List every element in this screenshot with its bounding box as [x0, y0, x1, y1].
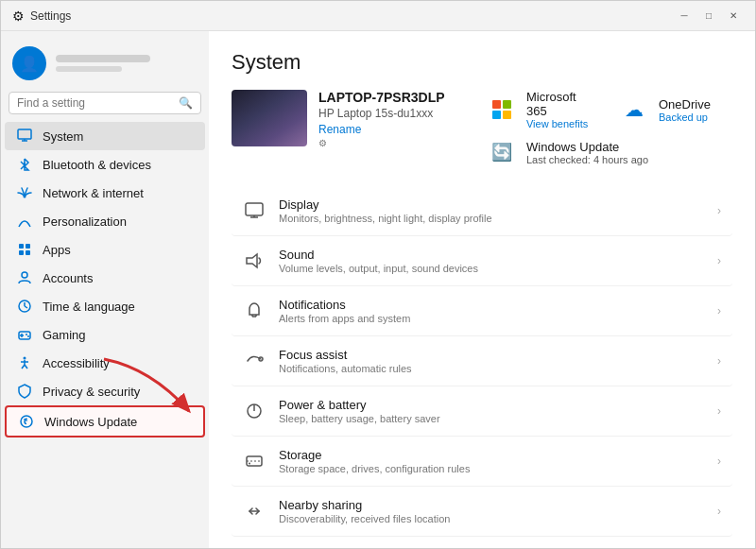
- onedrive-sub: Backed up: [659, 112, 711, 123]
- sidebar-item-gaming[interactable]: Gaming: [5, 320, 205, 349]
- bluetooth-icon: [16, 156, 33, 173]
- ms365-status-text: Microsoft 365 View benefits: [526, 90, 600, 129]
- winupdate-status-text: Windows Update Last checked: 4 hours ago: [526, 140, 648, 165]
- maximize-button[interactable]: □: [698, 6, 719, 26]
- winupdate-status-title: Windows Update: [526, 140, 648, 154]
- device-extra-icon: ⚙: [318, 138, 464, 148]
- storage-chevron: ›: [717, 455, 721, 468]
- power-desc: Sleep, battery usage, battery saver: [279, 413, 704, 424]
- privacy-icon: [16, 383, 33, 400]
- settings-window: ⚙ Settings ─ □ ✕ 👤 🔍: [0, 0, 756, 549]
- sidebar-label-winupdate: Windows Update: [44, 415, 137, 429]
- focus-icon: [243, 350, 266, 372]
- svg-rect-7: [26, 244, 30, 249]
- settings-item-power[interactable]: Power & battery Sleep, battery usage, ba…: [232, 386, 732, 437]
- storage-label: Storage: [279, 448, 704, 462]
- winupdate-status-card: 🔄 Windows Update Last checked: 4 hours a…: [487, 137, 732, 167]
- sidebar-label-system: System: [43, 129, 83, 144]
- sidebar-label-accounts: Accounts: [43, 271, 93, 285]
- svg-point-5: [24, 196, 26, 198]
- device-rename-link[interactable]: Rename: [318, 123, 361, 136]
- power-icon: [243, 400, 266, 422]
- storage-desc: Storage space, drives, configuration rul…: [279, 463, 704, 474]
- notifications-desc: Alerts from apps and system: [279, 313, 704, 324]
- sidebar-item-accessibility[interactable]: Accessibility: [5, 349, 205, 377]
- svg-rect-6: [19, 244, 24, 249]
- sidebar-label-gaming: Gaming: [43, 328, 86, 342]
- titlebar-left: ⚙ Settings: [12, 9, 71, 24]
- onedrive-status-card: ☁ OneDrive Backed up: [619, 90, 732, 129]
- nearby-desc: Discoverability, received files location: [279, 513, 704, 524]
- sound-desc: Volume levels, output, input, sound devi…: [279, 263, 704, 274]
- notifications-chevron: ›: [717, 304, 721, 317]
- sidebar-item-accounts[interactable]: Accounts: [5, 264, 205, 292]
- svg-rect-9: [26, 250, 30, 255]
- device-section: LAPTOP-7PSR3DLP HP Laptop 15s-du1xxx Ren…: [232, 90, 732, 167]
- sidebar-label-apps: Apps: [43, 243, 71, 257]
- svg-line-13: [25, 306, 27, 308]
- sidebar-item-apps[interactable]: Apps: [5, 235, 205, 264]
- sidebar-item-personalization[interactable]: Personalization: [5, 207, 205, 235]
- titlebar-controls: ─ □ ✕: [674, 6, 744, 26]
- device-name: LAPTOP-7PSR3DLP: [318, 90, 464, 105]
- profile-sub: [56, 66, 122, 72]
- settings-item-focus[interactable]: Focus assist Notifications, automatic ru…: [232, 336, 732, 386]
- settings-item-storage[interactable]: Storage Storage space, drives, configura…: [232, 437, 732, 487]
- search-input[interactable]: [17, 96, 173, 110]
- close-button[interactable]: ✕: [723, 6, 744, 26]
- onedrive-title: OneDrive: [659, 97, 711, 112]
- sidebar-item-winupdate[interactable]: Windows Update: [5, 405, 205, 437]
- profile-name: [56, 55, 150, 62]
- winupdate-status-sub: Last checked: 4 hours ago: [526, 154, 648, 165]
- display-text: Display Monitors, brightness, night ligh…: [279, 197, 704, 224]
- profile-info: [56, 55, 198, 72]
- settings-item-notifications[interactable]: Notifications Alerts from apps and syste…: [232, 286, 732, 336]
- svg-point-37: [249, 463, 250, 465]
- device-model: HP Laptop 15s-du1xxx: [318, 107, 464, 120]
- winupdate-nav-icon: [18, 413, 35, 430]
- onedrive-icon: ☁: [619, 94, 649, 125]
- sound-label: Sound: [279, 248, 704, 262]
- power-chevron: ›: [717, 404, 721, 418]
- settings-item-display[interactable]: Display Monitors, brightness, night ligh…: [232, 186, 732, 236]
- network-icon: [16, 184, 33, 201]
- sidebar-item-time[interactable]: Time & language: [5, 292, 205, 320]
- settings-item-nearby[interactable]: Nearby sharing Discoverability, received…: [232, 487, 732, 537]
- sidebar-profile: 👤: [1, 39, 209, 92]
- minimize-button[interactable]: ─: [674, 6, 695, 26]
- storage-icon: [243, 450, 266, 472]
- focus-chevron: ›: [717, 354, 721, 368]
- page-title: System: [232, 50, 732, 75]
- sound-chevron: ›: [717, 254, 721, 267]
- sidebar-label-network: Network & internet: [43, 186, 144, 200]
- sidebar-item-system[interactable]: System: [5, 122, 205, 150]
- settings-item-sound[interactable]: Sound Volume levels, output, input, soun…: [232, 236, 732, 286]
- svg-point-19: [24, 357, 26, 360]
- svg-point-18: [27, 335, 29, 337]
- content-area: 👤 🔍: [1, 31, 755, 548]
- search-box[interactable]: 🔍: [9, 92, 201, 114]
- svg-point-17: [26, 334, 27, 335]
- notifications-icon: [243, 300, 266, 322]
- notifications-label: Notifications: [279, 298, 704, 312]
- apps-icon: [16, 241, 33, 258]
- onedrive-status-text: OneDrive Backed up: [659, 97, 711, 123]
- nearby-chevron: ›: [717, 505, 721, 518]
- gaming-icon: [16, 326, 33, 343]
- sidebar-item-privacy[interactable]: Privacy & security: [5, 377, 205, 405]
- settings-list: Display Monitors, brightness, night ligh…: [232, 186, 732, 537]
- avatar: 👤: [12, 46, 46, 80]
- svg-marker-28: [247, 254, 257, 267]
- main-content: System LAPTOP-7PSR3DLP HP Laptop 15s-du1…: [209, 31, 755, 548]
- svg-rect-25: [246, 203, 263, 215]
- power-text: Power & battery Sleep, battery usage, ba…: [279, 398, 704, 424]
- sidebar-label-privacy: Privacy & security: [43, 385, 140, 399]
- sidebar-label-time: Time & language: [43, 300, 135, 314]
- focus-text: Focus assist Notifications, automatic ru…: [279, 348, 704, 374]
- system-icon: [16, 128, 33, 145]
- titlebar: ⚙ Settings ─ □ ✕: [1, 1, 755, 31]
- storage-text: Storage Storage space, drives, configura…: [279, 448, 704, 474]
- device-image: [232, 90, 307, 146]
- sidebar-item-bluetooth[interactable]: Bluetooth & devices: [5, 150, 205, 179]
- sidebar-item-network[interactable]: Network & internet: [5, 179, 205, 207]
